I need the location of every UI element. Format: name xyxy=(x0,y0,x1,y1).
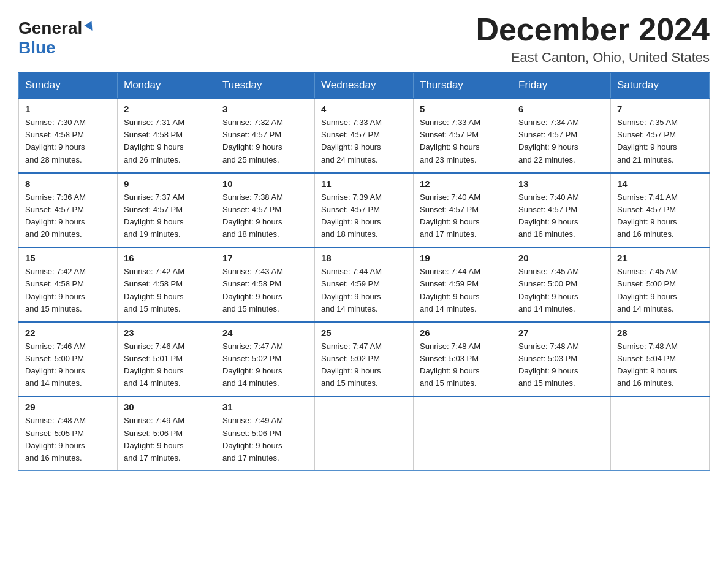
title-block: December 2024 East Canton, Ohio, United … xyxy=(476,12,710,66)
day-number: 12 xyxy=(420,178,506,189)
day-info: Sunrise: 7:32 AM Sunset: 4:57 PM Dayligh… xyxy=(222,117,308,166)
day-number: 27 xyxy=(518,327,604,338)
day-cell xyxy=(512,396,611,470)
location-title: East Canton, Ohio, United States xyxy=(476,50,710,66)
day-number: 23 xyxy=(124,327,210,338)
day-cell: 21 Sunrise: 7:45 AM Sunset: 5:00 PM Dayl… xyxy=(611,247,710,322)
day-cell: 6 Sunrise: 7:34 AM Sunset: 4:57 PM Dayli… xyxy=(512,98,611,173)
col-header-wednesday: Wednesday xyxy=(315,72,414,98)
day-info: Sunrise: 7:48 AM Sunset: 5:04 PM Dayligh… xyxy=(617,340,703,390)
logo: General Blue xyxy=(18,18,97,58)
day-cell: 31 Sunrise: 7:49 AM Sunset: 5:06 PM Dayl… xyxy=(216,396,315,470)
day-cell: 8 Sunrise: 7:36 AM Sunset: 4:57 PM Dayli… xyxy=(19,173,118,248)
day-cell: 13 Sunrise: 7:40 AM Sunset: 4:57 PM Dayl… xyxy=(512,173,611,248)
day-cell xyxy=(414,396,512,470)
day-number: 30 xyxy=(124,402,210,412)
day-number: 15 xyxy=(25,253,111,263)
day-info: Sunrise: 7:45 AM Sunset: 5:00 PM Dayligh… xyxy=(518,266,604,315)
day-number: 14 xyxy=(617,178,703,189)
day-info: Sunrise: 7:43 AM Sunset: 4:58 PM Dayligh… xyxy=(222,266,308,315)
day-info: Sunrise: 7:48 AM Sunset: 5:03 PM Dayligh… xyxy=(420,340,506,390)
day-info: Sunrise: 7:31 AM Sunset: 4:58 PM Dayligh… xyxy=(124,117,210,166)
day-number: 13 xyxy=(518,178,604,189)
day-number: 9 xyxy=(124,178,210,189)
day-cell: 4 Sunrise: 7:33 AM Sunset: 4:57 PM Dayli… xyxy=(315,98,414,173)
day-info: Sunrise: 7:49 AM Sunset: 5:06 PM Dayligh… xyxy=(222,415,308,464)
day-number: 24 xyxy=(222,327,308,338)
day-cell: 19 Sunrise: 7:44 AM Sunset: 4:59 PM Dayl… xyxy=(414,247,512,322)
day-number: 7 xyxy=(617,104,703,114)
day-cell: 2 Sunrise: 7:31 AM Sunset: 4:58 PM Dayli… xyxy=(118,98,216,173)
col-header-thursday: Thursday xyxy=(414,72,512,98)
day-info: Sunrise: 7:46 AM Sunset: 5:01 PM Dayligh… xyxy=(124,340,210,390)
day-cell: 28 Sunrise: 7:48 AM Sunset: 5:04 PM Dayl… xyxy=(611,322,710,397)
day-cell: 29 Sunrise: 7:48 AM Sunset: 5:05 PM Dayl… xyxy=(19,396,118,470)
day-cell xyxy=(315,396,414,470)
day-cell: 1 Sunrise: 7:30 AM Sunset: 4:58 PM Dayli… xyxy=(19,98,118,173)
day-info: Sunrise: 7:30 AM Sunset: 4:58 PM Dayligh… xyxy=(25,117,111,166)
day-cell: 10 Sunrise: 7:38 AM Sunset: 4:57 PM Dayl… xyxy=(216,173,315,248)
day-info: Sunrise: 7:47 AM Sunset: 5:02 PM Dayligh… xyxy=(222,340,308,390)
logo-triangle-icon xyxy=(83,20,97,34)
day-cell: 24 Sunrise: 7:47 AM Sunset: 5:02 PM Dayl… xyxy=(216,322,315,397)
day-info: Sunrise: 7:48 AM Sunset: 5:03 PM Dayligh… xyxy=(518,340,604,390)
day-info: Sunrise: 7:42 AM Sunset: 4:58 PM Dayligh… xyxy=(25,266,111,315)
day-info: Sunrise: 7:36 AM Sunset: 4:57 PM Dayligh… xyxy=(25,191,111,241)
day-info: Sunrise: 7:42 AM Sunset: 4:58 PM Dayligh… xyxy=(124,266,210,315)
day-cell: 27 Sunrise: 7:48 AM Sunset: 5:03 PM Dayl… xyxy=(512,322,611,397)
day-cell: 5 Sunrise: 7:33 AM Sunset: 4:57 PM Dayli… xyxy=(414,98,512,173)
page-header: General Blue December 2024 East Canton, … xyxy=(18,12,710,66)
month-title: December 2024 xyxy=(476,12,710,47)
day-info: Sunrise: 7:47 AM Sunset: 5:02 PM Dayligh… xyxy=(321,340,407,390)
day-info: Sunrise: 7:33 AM Sunset: 4:57 PM Dayligh… xyxy=(420,117,506,166)
day-info: Sunrise: 7:33 AM Sunset: 4:57 PM Dayligh… xyxy=(321,117,407,166)
week-row-5: 29 Sunrise: 7:48 AM Sunset: 5:05 PM Dayl… xyxy=(19,396,710,470)
col-header-monday: Monday xyxy=(118,72,216,98)
day-number: 8 xyxy=(25,178,111,189)
week-row-3: 15 Sunrise: 7:42 AM Sunset: 4:58 PM Dayl… xyxy=(19,247,710,322)
day-number: 3 xyxy=(222,104,308,114)
day-info: Sunrise: 7:48 AM Sunset: 5:05 PM Dayligh… xyxy=(25,415,111,464)
day-cell: 3 Sunrise: 7:32 AM Sunset: 4:57 PM Dayli… xyxy=(216,98,315,173)
col-header-sunday: Sunday xyxy=(19,72,118,98)
day-number: 26 xyxy=(420,327,506,338)
day-cell: 22 Sunrise: 7:46 AM Sunset: 5:00 PM Dayl… xyxy=(19,322,118,397)
day-number: 25 xyxy=(321,327,407,338)
day-number: 20 xyxy=(518,253,604,263)
day-number: 1 xyxy=(25,104,111,114)
logo-blue-text: Blue xyxy=(18,38,56,58)
day-number: 2 xyxy=(124,104,210,114)
col-header-saturday: Saturday xyxy=(611,72,710,98)
day-number: 18 xyxy=(321,253,407,263)
svg-marker-0 xyxy=(85,21,96,33)
col-header-tuesday: Tuesday xyxy=(216,72,315,98)
day-number: 5 xyxy=(420,104,506,114)
day-info: Sunrise: 7:45 AM Sunset: 5:00 PM Dayligh… xyxy=(617,266,703,315)
day-cell: 12 Sunrise: 7:40 AM Sunset: 4:57 PM Dayl… xyxy=(414,173,512,248)
day-info: Sunrise: 7:44 AM Sunset: 4:59 PM Dayligh… xyxy=(420,266,506,315)
day-info: Sunrise: 7:39 AM Sunset: 4:57 PM Dayligh… xyxy=(321,191,407,241)
day-cell: 17 Sunrise: 7:43 AM Sunset: 4:58 PM Dayl… xyxy=(216,247,315,322)
day-number: 28 xyxy=(617,327,703,338)
day-cell: 20 Sunrise: 7:45 AM Sunset: 5:00 PM Dayl… xyxy=(512,247,611,322)
day-number: 29 xyxy=(25,402,111,412)
day-info: Sunrise: 7:37 AM Sunset: 4:57 PM Dayligh… xyxy=(124,191,210,241)
day-info: Sunrise: 7:44 AM Sunset: 4:59 PM Dayligh… xyxy=(321,266,407,315)
day-number: 10 xyxy=(222,178,308,189)
day-info: Sunrise: 7:35 AM Sunset: 4:57 PM Dayligh… xyxy=(617,117,703,166)
day-info: Sunrise: 7:49 AM Sunset: 5:06 PM Dayligh… xyxy=(124,415,210,464)
day-number: 6 xyxy=(518,104,604,114)
day-cell: 11 Sunrise: 7:39 AM Sunset: 4:57 PM Dayl… xyxy=(315,173,414,248)
day-info: Sunrise: 7:41 AM Sunset: 4:57 PM Dayligh… xyxy=(617,191,703,241)
day-number: 17 xyxy=(222,253,308,263)
day-number: 21 xyxy=(617,253,703,263)
day-info: Sunrise: 7:34 AM Sunset: 4:57 PM Dayligh… xyxy=(518,117,604,166)
day-cell: 23 Sunrise: 7:46 AM Sunset: 5:01 PM Dayl… xyxy=(118,322,216,397)
days-of-week-row: SundayMondayTuesdayWednesdayThursdayFrid… xyxy=(19,72,710,98)
day-info: Sunrise: 7:46 AM Sunset: 5:00 PM Dayligh… xyxy=(25,340,111,390)
day-info: Sunrise: 7:40 AM Sunset: 4:57 PM Dayligh… xyxy=(518,191,604,241)
day-number: 11 xyxy=(321,178,407,189)
week-row-1: 1 Sunrise: 7:30 AM Sunset: 4:58 PM Dayli… xyxy=(19,98,710,173)
calendar-table: SundayMondayTuesdayWednesdayThursdayFrid… xyxy=(18,72,710,471)
day-number: 31 xyxy=(222,402,308,412)
